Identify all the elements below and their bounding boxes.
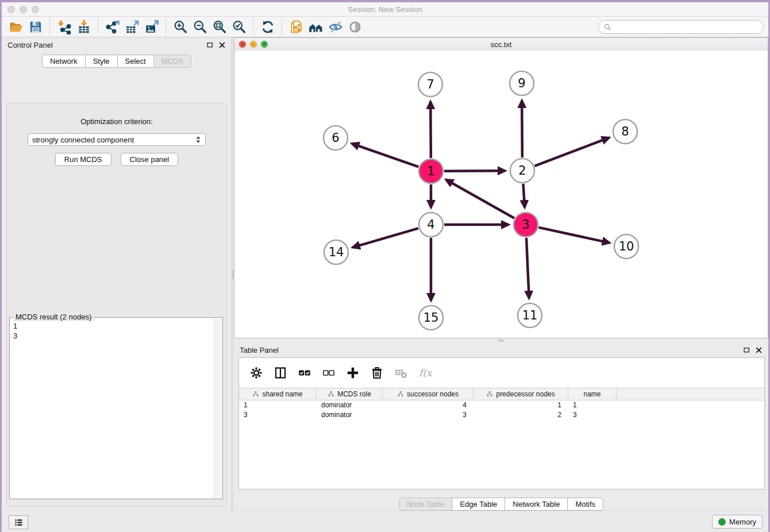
run-mcds-button[interactable]: Run MCDS [55,153,111,166]
apply-layout-button[interactable] [258,18,278,36]
new-network-from-selection-icon [289,20,304,34]
export-network-button[interactable] [103,18,122,36]
edge-1-7[interactable] [430,102,431,158]
column-header-predecessor-nodes[interactable]: predecessor nodes [473,388,568,400]
table-tab-network-table[interactable]: Network Table [505,498,568,511]
export-image-button[interactable] [142,18,161,36]
network-canvas[interactable]: 7968124314101511 [234,51,768,338]
select-stepper-icon [195,136,201,144]
table-tabs: Node TableEdge TableNetwork TableMotifs [234,498,768,511]
column-header-MCDS-role[interactable]: MCDS role [317,388,383,400]
edge-2-3[interactable] [523,184,525,207]
deselect-all-rows-icon [322,366,336,380]
export-image-icon [144,20,159,34]
zoom-selected-button[interactable] [229,18,249,36]
tab-network[interactable]: Network [42,55,86,68]
table-tab-edge-table[interactable]: Edge Table [452,498,505,511]
search-input[interactable] [614,22,759,32]
table-panel-title: Table Panel [240,346,279,354]
window-frame: Session: New Session Control Panel Netwo… [2,2,768,532]
edge-3-1[interactable] [446,180,514,218]
task-history-button[interactable] [9,515,28,529]
table-cell[interactable]: 3 [568,410,617,420]
search-icon [603,23,611,31]
new-network-from-selection-button[interactable] [287,18,306,36]
tab-mcds[interactable]: MCDS [153,55,191,68]
edge-1-2[interactable] [444,171,505,171]
delete-column-button[interactable] [367,363,387,383]
close-panel-icon[interactable] [218,41,226,49]
mcds-result-text: 1 3 [13,321,212,496]
select-all-rows-button[interactable] [294,363,315,383]
titlebar: Session: New Session [2,2,768,17]
edge-3-10[interactable] [538,228,609,243]
application-window: Session: New Session Control Panel Netwo… [0,0,770,532]
main-toolbar-icons [6,18,365,36]
node-label-9: 9 [518,76,525,90]
deselect-all-rows-button[interactable] [318,363,339,383]
control-panel: Control Panel NetworkStyleSelectMCDS Opt… [2,37,232,511]
column-header-shared-name[interactable]: shared name [239,388,317,400]
horizontal-splitter-grip[interactable] [498,340,503,342]
import-table-button[interactable] [74,18,94,36]
column-header-name[interactable]: name [568,388,617,400]
zoom-in-button[interactable] [171,18,190,36]
export-table-button[interactable] [122,18,142,36]
table-row[interactable]: 3dominator323 [239,410,764,420]
optimization-criterion-select[interactable]: strongly connected component [28,133,206,146]
node-label-8: 8 [621,125,629,138]
zoom-fit-button[interactable] [210,18,229,36]
table-cell[interactable]: 1 [473,400,568,410]
network-window-titlebar[interactable]: × − + scc.txt [234,38,768,51]
edge-4-14[interactable] [353,228,418,247]
table-cell[interactable]: 1 [239,400,317,410]
table-cell[interactable]: 2 [473,410,568,420]
node-label-2: 2 [518,164,526,178]
table-panel-header: Table Panel [234,342,768,357]
open-session-button[interactable] [6,18,26,36]
table-tab-motifs[interactable]: Motifs [567,498,603,511]
export-network-icon [105,20,120,34]
add-column-button[interactable] [342,363,363,383]
column-visibility-button[interactable] [270,363,291,383]
horizontal-splitter[interactable] [234,338,768,342]
tab-style[interactable]: Style [85,55,118,68]
table-cell[interactable]: dominator [317,400,383,410]
edge-2-9[interactable] [522,101,522,157]
search-field[interactable] [598,20,764,34]
table-cell[interactable]: 1 [568,400,617,410]
close-panel-button[interactable]: Close panel [121,153,179,166]
table-cell[interactable]: 3 [239,410,317,420]
memory-button[interactable]: Memory [712,515,763,529]
edge-1-6[interactable] [352,144,418,167]
float-table-panel-icon[interactable] [743,346,750,354]
table-tab-node-table[interactable]: Node Table [399,498,453,511]
window-title: Session: New Session [2,5,768,14]
float-panel-icon[interactable] [206,41,214,49]
column-header-successor-nodes[interactable]: successor nodes [383,388,473,400]
node-label-11: 11 [522,309,538,322]
save-session-button[interactable] [26,18,45,36]
node-label-3: 3 [522,218,529,232]
table-cell[interactable]: 3 [383,410,473,420]
table-body: 1dominator4113dominator323 [239,400,764,420]
edge-2-8[interactable] [535,138,609,166]
control-panel-title: Control Panel [7,41,53,49]
table-row[interactable]: 1dominator411 [239,400,764,410]
graphics-details-button[interactable] [326,18,345,36]
table-toolbar [239,358,764,388]
zoom-out-button[interactable] [190,18,210,36]
node-label-1: 1 [427,164,434,178]
table-cell[interactable]: 4 [383,400,473,410]
birds-eye-view-button[interactable] [345,18,365,36]
node-label-10: 10 [619,240,634,253]
delete-column-icon [370,366,384,380]
close-table-panel-icon[interactable] [755,346,763,354]
table-cell[interactable]: dominator [317,410,383,420]
edge-3-11[interactable] [526,238,529,298]
first-neighbors-button[interactable] [306,18,326,36]
tab-select[interactable]: Select [117,55,154,68]
result-scrollbar[interactable] [214,318,222,498]
import-network-button[interactable] [55,18,74,36]
table-settings-button[interactable] [246,363,267,383]
